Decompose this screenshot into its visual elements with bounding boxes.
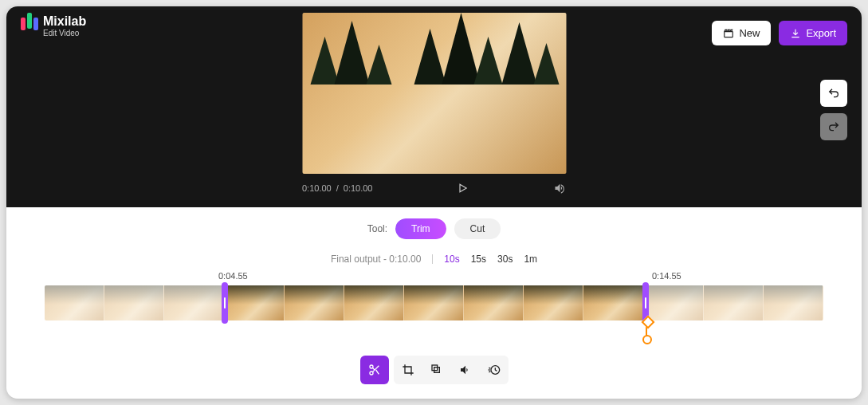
video-player: 0:10.00 / 0:10.00 — [302, 13, 566, 195]
editor-area: Tool: Trim Cut Final output - 0:10.00 10… — [6, 207, 862, 384]
speed-icon — [488, 364, 501, 376]
tool-label: Tool: — [367, 223, 387, 234]
thumbnail[interactable] — [524, 285, 583, 320]
thumbnail[interactable] — [224, 285, 284, 320]
thumbnail[interactable] — [285, 285, 344, 320]
thumbnail[interactable] — [644, 285, 704, 320]
end-time-label: 0:14.55 — [652, 271, 681, 281]
scissors-icon — [368, 364, 381, 376]
new-button[interactable]: New — [712, 21, 771, 45]
logo-icon — [21, 14, 38, 30]
crop-icon — [402, 364, 414, 376]
final-output-label: Final output - 0:10.00 — [331, 254, 421, 265]
scissors-button[interactable] — [360, 356, 389, 384]
clip-strip — [45, 285, 823, 320]
volume-icon — [553, 182, 566, 195]
duration-30s[interactable]: 30s — [497, 254, 513, 265]
svg-point-2 — [370, 372, 373, 375]
total-time: 0:10.00 — [344, 183, 373, 193]
undo-icon — [827, 87, 840, 100]
export-button-label: Export — [806, 27, 836, 39]
svg-point-1 — [370, 365, 373, 368]
current-time: 0:10.00 — [302, 183, 332, 193]
app-window: Mixilab Edit Video New Export — [6, 6, 862, 399]
duration-1m[interactable]: 1m — [524, 254, 537, 265]
playhead-marker[interactable] — [646, 320, 647, 338]
download-icon — [790, 28, 801, 39]
play-icon — [458, 183, 469, 194]
speaker-icon — [459, 364, 472, 376]
redo-icon — [827, 120, 840, 133]
timeline[interactable]: 0:04.55 0:14.55 — [45, 285, 823, 333]
svg-rect-0 — [725, 31, 733, 37]
audio-button[interactable] — [451, 356, 480, 384]
crop-button[interactable] — [394, 356, 422, 384]
time-sep: / — [336, 183, 339, 193]
clapperboard-icon — [723, 28, 734, 39]
thumbnail[interactable] — [704, 285, 764, 320]
brand-sub: Edit Video — [43, 29, 86, 37]
duration-15s[interactable]: 15s — [471, 254, 486, 265]
thumbnail[interactable] — [404, 285, 464, 320]
export-button[interactable]: Export — [779, 21, 847, 45]
brand-name: Mixilab — [43, 14, 86, 29]
speed-button[interactable] — [480, 356, 509, 384]
duration-10s[interactable]: 10s — [444, 254, 459, 265]
start-time-label: 0:04.55 — [218, 271, 248, 281]
preview-frame[interactable] — [302, 13, 566, 174]
thumbnail[interactable] — [464, 285, 524, 320]
redo-button[interactable] — [820, 113, 847, 140]
cut-option[interactable]: Cut — [454, 218, 501, 239]
resize-icon — [430, 364, 443, 376]
thumbnail[interactable] — [104, 285, 164, 320]
bottom-toolbar — [6, 356, 862, 384]
resize-button[interactable] — [422, 356, 451, 384]
thumbnail[interactable] — [583, 285, 643, 320]
play-button[interactable] — [457, 182, 469, 195]
thumbnail[interactable] — [164, 285, 224, 320]
preview-area: Mixilab Edit Video New Export — [6, 6, 862, 207]
thumbnail[interactable] — [764, 285, 823, 320]
tool-toggle: Trim — [395, 218, 446, 239]
thumbnail[interactable] — [45, 285, 104, 320]
new-button-label: New — [739, 27, 760, 39]
volume-button[interactable] — [553, 182, 566, 195]
trim-start-handle[interactable] — [222, 282, 228, 324]
trim-option[interactable]: Trim — [395, 218, 446, 239]
undo-button[interactable] — [820, 80, 847, 107]
thumbnail[interactable] — [344, 285, 404, 320]
brand: Mixilab Edit Video — [21, 14, 86, 37]
